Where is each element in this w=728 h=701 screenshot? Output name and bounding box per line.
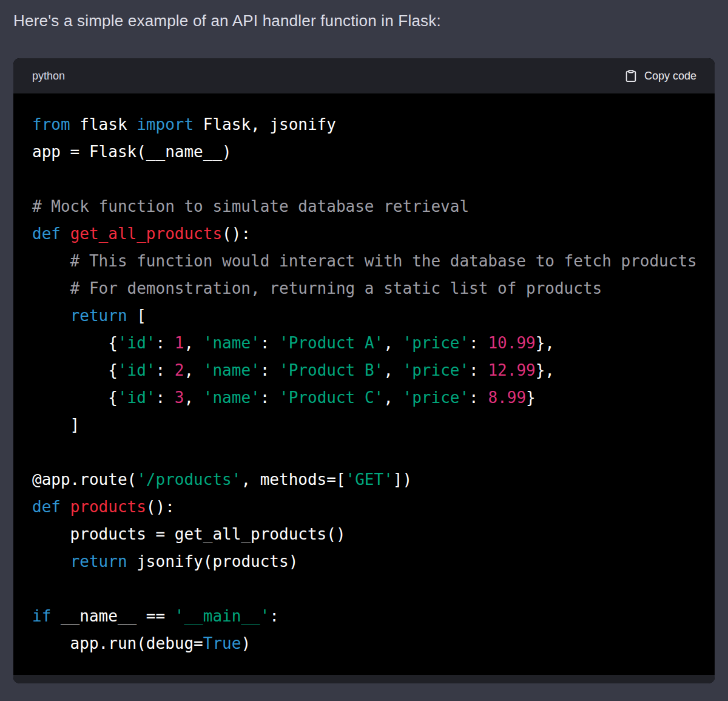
clipboard-icon	[624, 69, 638, 83]
code-block-header: python Copy code	[13, 58, 715, 93]
code-line	[32, 575, 696, 603]
code-language-label: python	[32, 70, 65, 83]
code-line: # For demonstration, returning a static …	[32, 275, 696, 302]
code-line: products = get_all_products()	[32, 521, 696, 548]
code-line: return jsonify(products)	[32, 548, 696, 575]
code-line: app.run(debug=True)	[32, 630, 696, 657]
code-line: ]	[32, 411, 696, 439]
code-line: def products():	[32, 493, 696, 521]
code-line: {'id': 3, 'name': 'Product C', 'price': …	[32, 384, 696, 411]
assistant-message-text: Here's a simple example of an API handle…	[13, 11, 715, 30]
code-line: {'id': 1, 'name': 'Product A', 'price': …	[32, 330, 696, 357]
code-content: from flask import Flask, jsonifyapp = Fl…	[13, 93, 715, 675]
code-line: # This function would interact with the …	[32, 248, 696, 275]
code-line: if __name__ == '__main__':	[32, 603, 696, 630]
copy-code-label: Copy code	[644, 70, 696, 83]
code-line: return [	[32, 302, 696, 330]
code-block-footer	[13, 675, 715, 683]
code-block: python Copy code from flask import Flask…	[13, 58, 715, 683]
chat-message: Here's a simple example of an API handle…	[0, 0, 728, 683]
code-line: # Mock function to simulate database ret…	[32, 193, 696, 220]
copy-code-button[interactable]: Copy code	[624, 69, 696, 83]
code-line: from flask import Flask, jsonify	[32, 111, 696, 138]
code-line	[32, 166, 696, 193]
code-line	[32, 439, 696, 466]
code-line: {'id': 2, 'name': 'Product B', 'price': …	[32, 357, 696, 384]
code-line: def get_all_products():	[32, 220, 696, 248]
code-line: app = Flask(__name__)	[32, 138, 696, 166]
code-line: @app.route('/products', methods=['GET'])	[32, 466, 696, 493]
